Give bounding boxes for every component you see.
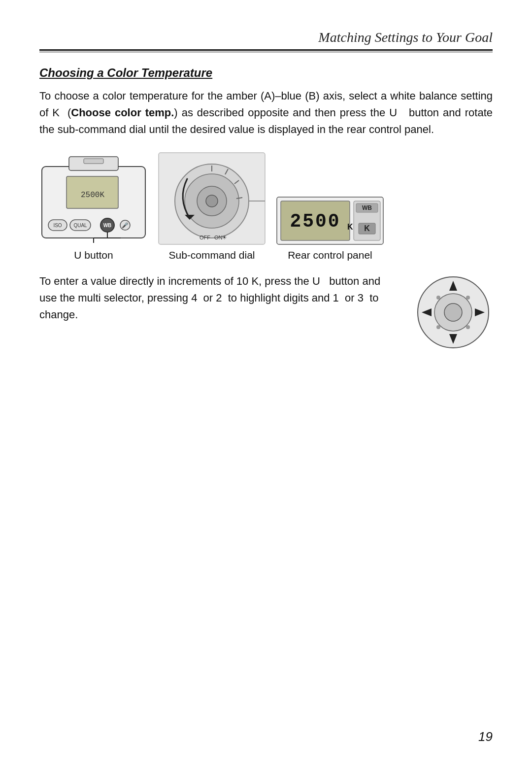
header-rule-top bbox=[39, 49, 493, 51]
u-button-label: U button bbox=[74, 249, 113, 261]
page-container: Matching Settings to Your Goal Choosing … bbox=[0, 0, 532, 774]
camera-diagram-item: 2500K ISO QUAL WB 🎤 U button bbox=[39, 152, 148, 261]
camera-diagram-svg: 2500K ISO QUAL WB 🎤 bbox=[39, 152, 148, 245]
svg-point-47 bbox=[466, 296, 470, 300]
lcd-diagram-item: 2500 K WB K Rear control panel bbox=[276, 196, 384, 261]
svg-text:K: K bbox=[364, 224, 370, 233]
svg-text:🎤: 🎤 bbox=[122, 222, 129, 229]
dial-diagram-item: OFF ON ☀ Sub-command dial bbox=[158, 152, 266, 261]
page-header-title: Matching Settings to Your Goal bbox=[318, 30, 493, 45]
svg-point-46 bbox=[436, 296, 440, 300]
svg-text:QUAL: QUAL bbox=[73, 223, 87, 228]
bold-choose-color: Choose color temp. bbox=[71, 106, 174, 119]
svg-text:☀: ☀ bbox=[222, 234, 227, 241]
section-title: Choosing a Color Temperature bbox=[39, 66, 493, 80]
svg-point-49 bbox=[466, 325, 470, 329]
svg-text:OFF: OFF bbox=[200, 235, 210, 240]
svg-text:WB: WB bbox=[362, 204, 372, 211]
dial-diagram-svg: OFF ON ☀ bbox=[158, 152, 266, 245]
svg-text:K: K bbox=[347, 223, 353, 231]
header-section: Matching Settings to Your Goal bbox=[39, 30, 493, 45]
svg-text:2500: 2500 bbox=[290, 211, 340, 232]
svg-point-20 bbox=[206, 195, 218, 207]
lcd-diagram-svg: 2500 K WB K bbox=[276, 196, 384, 245]
bottom-text: To enter a value directly in increments … bbox=[39, 273, 394, 323]
svg-point-48 bbox=[436, 325, 440, 329]
bottom-section: To enter a value directly in increments … bbox=[39, 273, 493, 352]
header-rule-bottom bbox=[39, 52, 493, 52]
svg-text:2500K: 2500K bbox=[81, 191, 104, 200]
sub-command-label: Sub-command dial bbox=[168, 249, 255, 261]
svg-text:WB: WB bbox=[103, 223, 112, 228]
svg-text:ISO: ISO bbox=[53, 223, 62, 228]
body-text-1: To choose a color temperature for the am… bbox=[39, 88, 493, 138]
svg-point-41 bbox=[444, 303, 462, 321]
rear-panel-label: Rear control panel bbox=[288, 249, 372, 261]
page-number: 19 bbox=[478, 729, 493, 744]
multi-selector-svg bbox=[414, 273, 493, 352]
svg-rect-2 bbox=[84, 159, 103, 164]
diagrams-row: 2500K ISO QUAL WB 🎤 U button bbox=[39, 152, 493, 261]
